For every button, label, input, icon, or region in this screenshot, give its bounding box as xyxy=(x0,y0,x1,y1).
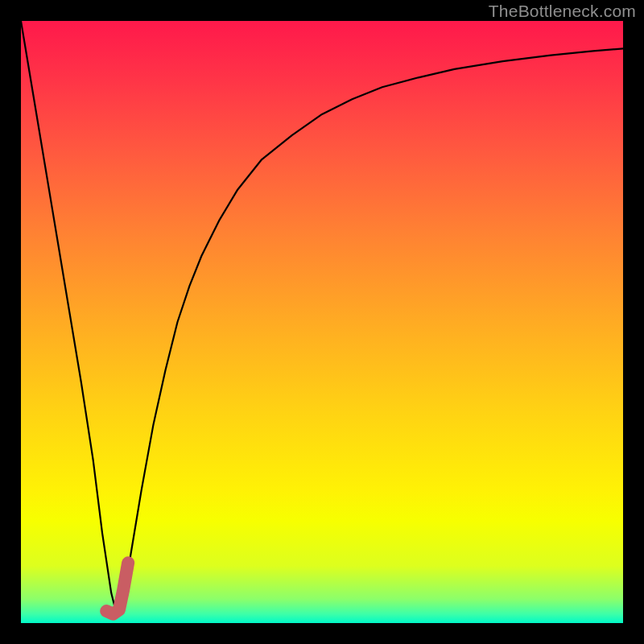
chart-frame: TheBottleneck.com xyxy=(0,0,644,644)
bottleneck-curve xyxy=(21,21,623,617)
plot-area xyxy=(21,21,623,623)
curve-layer xyxy=(21,21,623,623)
watermark-text: TheBottleneck.com xyxy=(489,2,636,21)
